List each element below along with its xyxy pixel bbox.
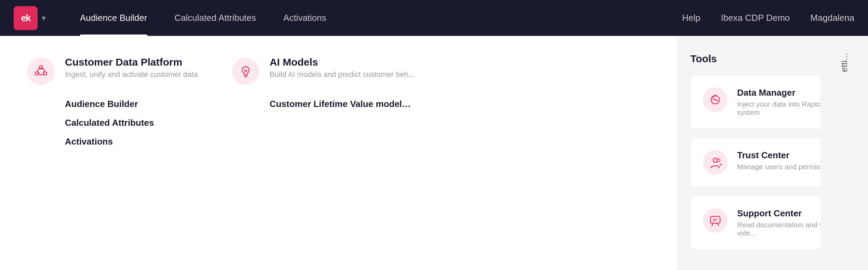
svg-point-9 (245, 70, 247, 72)
nav-item-calculated-attributes[interactable]: Calculated Attributes (161, 0, 270, 36)
nav-right: Help Ibexa CDP Demo Magdalena (682, 13, 854, 23)
settings-partial: etti... (820, 36, 868, 270)
section-ai-title-area: AI Models Build AI models and predict cu… (270, 56, 415, 79)
section-cdp-links: Audience Builder Calculated Attributes A… (65, 99, 198, 147)
support-center-icon (703, 208, 728, 233)
nav-items: Audience Builder Calculated Attributes A… (66, 0, 682, 36)
svg-point-11 (715, 95, 716, 97)
section-ai: AI Models Build AI models and predict cu… (232, 56, 415, 249)
link-calculated-attributes[interactable]: Calculated Attributes (65, 118, 198, 128)
logo-text: ek (21, 13, 30, 24)
svg-rect-14 (710, 216, 720, 223)
logo-icon: ek (14, 6, 38, 30)
link-activations[interactable]: Activations (65, 136, 198, 147)
section-ai-subtitle: Build AI models and predict customer beh… (270, 70, 415, 79)
logo-chevron-icon: ▾ (42, 13, 46, 23)
section-ai-header: AI Models Build AI models and predict cu… (232, 56, 415, 85)
nav-item-audience-builder[interactable]: Audience Builder (66, 0, 161, 36)
logo-area[interactable]: ek ▾ (14, 6, 46, 30)
user-menu[interactable]: Magdalena (810, 13, 854, 23)
dropdown-main: Customer Data Platform Ingest, unify and… (0, 36, 677, 270)
cdp-icon (27, 58, 55, 85)
help-link[interactable]: Help (682, 13, 700, 23)
section-cdp-title: Customer Data Platform (65, 56, 198, 68)
link-clv-model[interactable]: Customer Lifetime Value model… (270, 99, 415, 109)
svg-point-12 (713, 158, 717, 162)
org-selector[interactable]: Ibexa CDP Demo (721, 13, 790, 23)
top-navigation: ek ▾ Audience Builder Calculated Attribu… (0, 0, 868, 36)
trust-center-icon (703, 150, 728, 175)
data-manager-icon (703, 87, 728, 112)
section-cdp: Customer Data Platform Ingest, unify and… (27, 56, 198, 249)
svg-line-6 (38, 72, 39, 73)
section-cdp-title-area: Customer Data Platform Ingest, unify and… (65, 56, 198, 79)
section-ai-title: AI Models (270, 56, 415, 68)
svg-line-5 (43, 72, 44, 73)
section-ai-links: Customer Lifetime Value model… (270, 99, 415, 109)
nav-item-activations[interactable]: Activations (270, 0, 340, 36)
section-cdp-subtitle: Ingest, unify and activate customer data (65, 70, 198, 79)
dropdown-overlay: Customer Data Platform Ingest, unify and… (0, 36, 868, 270)
ai-icon (232, 58, 259, 85)
link-audience-builder[interactable]: Audience Builder (65, 99, 198, 109)
section-cdp-header: Customer Data Platform Ingest, unify and… (27, 56, 198, 85)
settings-label: etti... (839, 53, 850, 72)
